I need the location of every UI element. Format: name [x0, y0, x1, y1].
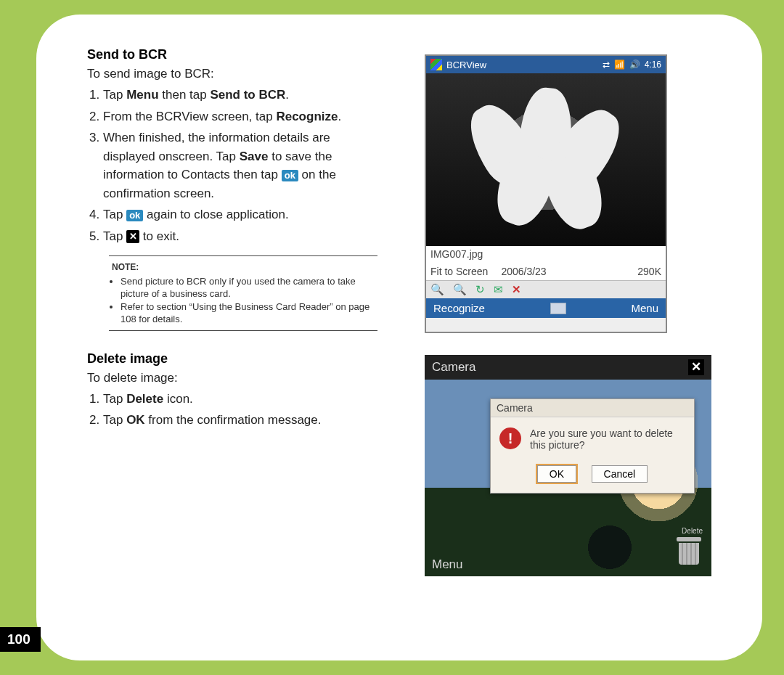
keyboard-icon[interactable]	[550, 303, 566, 314]
page-number: 100	[0, 627, 41, 652]
send-icon[interactable]: ✉	[492, 283, 505, 296]
section2-steps: Tap Delete icon. Tap OK from the confirm…	[103, 390, 377, 430]
step-1: Tap Menu then tap Send to BCR.	[103, 86, 377, 105]
image-date: 2006/3/23	[501, 265, 546, 279]
section2-intro: To delete image:	[87, 371, 377, 385]
step-4: Tap ok again to close application.	[103, 205, 377, 224]
image-size: 290K	[637, 265, 661, 279]
image-filename: IMG007.jpg	[426, 246, 666, 263]
zoom-in-icon[interactable]: 🔍	[429, 283, 446, 296]
close-icon: ✕	[126, 230, 139, 243]
signal-icon[interactable]: 📶	[614, 60, 625, 70]
wm-titlebar: BCRView ⇄ 📶 🔊 4:16	[426, 56, 666, 73]
dialog-title: Camera	[491, 399, 694, 417]
delete-icon[interactable]: ✕	[510, 283, 523, 296]
camera-title: Camera	[432, 360, 475, 375]
screenshot-camera-delete: Camera ✕ Camera ! Are you sure you want …	[425, 355, 711, 576]
app-title: BCRView	[446, 60, 486, 70]
section2-heading: Delete image	[87, 351, 377, 367]
connectivity-icon[interactable]: ⇄	[603, 60, 610, 70]
image-toolbar: 🔍 🔍 ↻ ✉ ✕	[426, 280, 666, 298]
softkey-recognize[interactable]: Recognize	[433, 302, 485, 314]
del-step-1: Tap Delete icon.	[103, 390, 377, 409]
screenshot-bcrview: BCRView ⇄ 📶 🔊 4:16 IMG007.j	[425, 54, 667, 333]
step-2: From the BCRView screen, tap Recognize.	[103, 107, 377, 126]
ok-button[interactable]: OK	[537, 465, 576, 483]
trash-icon[interactable]: Delete	[677, 537, 701, 566]
step-5: Tap ✕ to exit.	[103, 227, 377, 246]
clock: 4:16	[645, 60, 661, 70]
note-label: NOTE:	[112, 262, 139, 272]
section1-heading: Send to BCR	[87, 47, 377, 62]
note-item-2: Refer to section “Using the Business Car…	[121, 300, 375, 326]
manual-page: Send to BCR To send image to BCR: Tap Me…	[36, 15, 762, 660]
confirm-dialog: Camera ! Are you sure you want to delete…	[490, 398, 695, 494]
dialog-message: Are you sure you want to delete this pic…	[530, 428, 685, 451]
rotate-icon[interactable]: ↻	[474, 283, 486, 296]
zoom-out-icon[interactable]: 🔍	[452, 283, 468, 296]
close-icon[interactable]: ✕	[688, 359, 704, 375]
ok-icon: ok	[126, 210, 143, 221]
volume-icon[interactable]: 🔊	[629, 60, 640, 70]
cancel-button[interactable]: Cancel	[592, 465, 648, 483]
image-preview[interactable]	[426, 73, 666, 246]
trash-label: Delete	[682, 527, 703, 535]
step-3: When finished, the information details a…	[103, 128, 377, 202]
note-item-1: Send picture to BCR only if you used the…	[121, 275, 375, 300]
softkey-menu[interactable]: Menu	[432, 557, 463, 572]
note-box: NOTE: Send picture to BCR only if you us…	[109, 255, 377, 331]
windows-flag-icon[interactable]	[430, 59, 442, 70]
section1-intro: To send image to BCR:	[87, 67, 377, 81]
section1-steps: Tap Menu then tap Send to BCR. From the …	[103, 86, 377, 245]
fit-label: Fit to Screen	[430, 265, 488, 279]
softkey-menu[interactable]: Menu	[631, 302, 658, 314]
ok-icon: ok	[282, 170, 298, 181]
del-step-2: Tap OK from the confirmation message.	[103, 411, 377, 430]
warning-icon: !	[499, 428, 521, 449]
